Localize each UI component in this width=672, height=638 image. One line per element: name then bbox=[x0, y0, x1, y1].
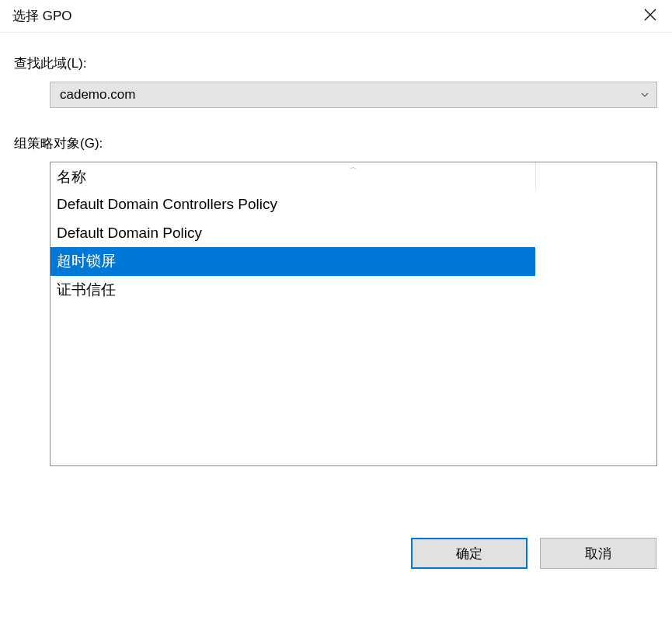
ok-button[interactable]: 确定 bbox=[411, 538, 528, 569]
gpo-list-items: Default Domain Controllers Policy Defaul… bbox=[50, 190, 656, 304]
close-button[interactable] bbox=[638, 4, 663, 29]
titlebar: 选择 GPO bbox=[0, 0, 672, 33]
list-item[interactable]: 超时锁屏 bbox=[50, 247, 535, 276]
dialog-content: 查找此域(L): cademo.com 组策略对象(G): ︿ 名称 Defau… bbox=[0, 33, 672, 584]
dialog-title: 选择 GPO bbox=[12, 7, 72, 25]
list-item[interactable]: Default Domain Controllers Policy bbox=[50, 190, 535, 219]
column-header-name[interactable]: 名称 bbox=[50, 162, 536, 190]
chevron-down-icon bbox=[641, 88, 649, 102]
domain-dropdown[interactable]: cademo.com bbox=[50, 82, 657, 108]
close-icon bbox=[644, 9, 656, 23]
domain-dropdown-value: cademo.com bbox=[60, 87, 135, 103]
domain-label: 查找此域(L): bbox=[14, 54, 658, 72]
gpo-listbox[interactable]: ︿ 名称 Default Domain Controllers Policy D… bbox=[50, 162, 657, 466]
cancel-button[interactable]: 取消 bbox=[540, 538, 656, 569]
gpo-label: 组策略对象(G): bbox=[14, 134, 658, 152]
list-item[interactable]: Default Domain Policy bbox=[50, 219, 535, 248]
list-item[interactable]: 证书信任 bbox=[50, 276, 535, 305]
listbox-header-row: 名称 bbox=[50, 162, 656, 190]
button-row: 确定 取消 bbox=[14, 538, 658, 569]
